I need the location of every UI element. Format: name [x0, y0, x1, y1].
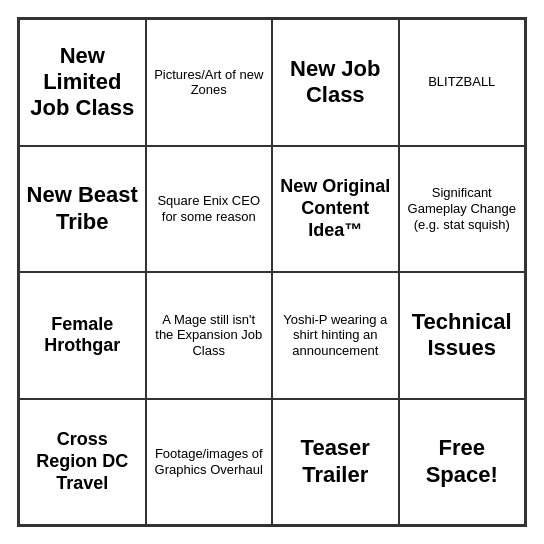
bingo-cell-r2c1: A Mage still isn't the Expansion Job Cla…: [146, 272, 273, 399]
bingo-cell-r1c1: Square Enix CEO for some reason: [146, 146, 273, 273]
bingo-cell-r1c0: New Beast Tribe: [19, 146, 146, 273]
bingo-cell-r0c3: BLITZBALL: [399, 19, 526, 146]
bingo-cell-r3c2: Teaser Trailer: [272, 399, 399, 526]
bingo-cell-r2c0: Female Hrothgar: [19, 272, 146, 399]
bingo-cell-r0c1: Pictures/Art of new Zones: [146, 19, 273, 146]
bingo-cell-r0c0: New Limited Job Class: [19, 19, 146, 146]
bingo-cell-r1c3: Significant Gameplay Change (e.g. stat s…: [399, 146, 526, 273]
bingo-cell-r3c3: Free Space!: [399, 399, 526, 526]
bingo-cell-r2c3: Technical Issues: [399, 272, 526, 399]
bingo-cell-r2c2: Yoshi-P wearing a shirt hinting an annou…: [272, 272, 399, 399]
bingo-cell-r0c2: New Job Class: [272, 19, 399, 146]
bingo-cell-r1c2: New Original Content Idea™: [272, 146, 399, 273]
bingo-board: New Limited Job ClassPictures/Art of new…: [17, 17, 527, 527]
bingo-cell-r3c0: Cross Region DC Travel: [19, 399, 146, 526]
bingo-cell-r3c1: Footage/images of Graphics Overhaul: [146, 399, 273, 526]
